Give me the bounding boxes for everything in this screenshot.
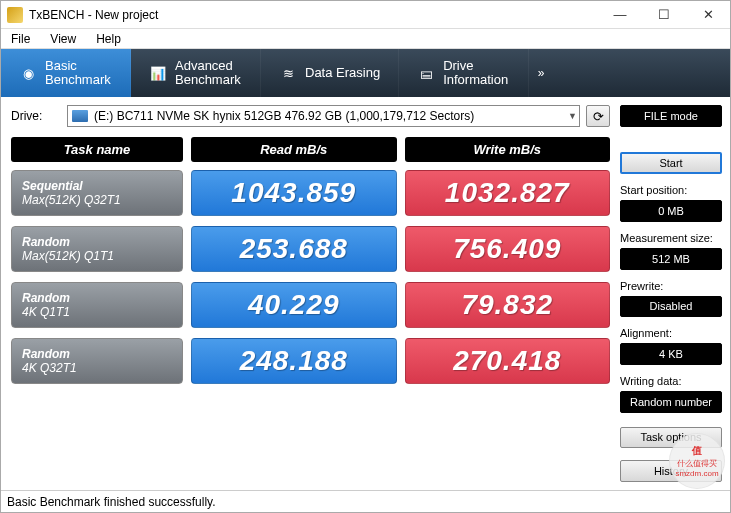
tab-data-erasing[interactable]: ≋ Data Erasing — [261, 49, 399, 97]
gauge-icon: ◉ — [19, 64, 37, 82]
status-text: Basic Benchmark finished successfully. — [7, 495, 216, 509]
task-cell: Sequential Max(512K) Q32T1 — [11, 170, 183, 216]
task-cell: Random Max(512K) Q1T1 — [11, 226, 183, 272]
measurement-size-label: Measurement size: — [620, 232, 722, 244]
alignment-value[interactable]: 4 KB — [620, 343, 722, 365]
menu-help[interactable]: Help — [90, 32, 127, 46]
task-cell: Random 4K Q1T1 — [11, 282, 183, 328]
refresh-button[interactable]: ⟳ — [586, 105, 610, 127]
task-cell: Random 4K Q32T1 — [11, 338, 183, 384]
close-button[interactable]: ✕ — [686, 1, 730, 29]
writing-data-value[interactable]: Random number — [620, 391, 722, 413]
prewrite-value[interactable]: Disabled — [620, 296, 722, 318]
header-task: Task name — [11, 137, 183, 162]
start-position-label: Start position: — [620, 184, 722, 196]
alignment-label: Alignment: — [620, 327, 722, 339]
tab-overflow-button[interactable]: » — [529, 49, 553, 97]
tab-basic-benchmark[interactable]: ◉ Basic Benchmark — [1, 49, 131, 97]
result-row: Sequential Max(512K) Q32T1 1043.859 1032… — [11, 170, 610, 216]
prewrite-label: Prewrite: — [620, 280, 722, 292]
header-write: Write mB/s — [405, 137, 611, 162]
read-value: 248.188 — [191, 338, 397, 384]
read-value: 40.229 — [191, 282, 397, 328]
write-value: 79.832 — [405, 282, 611, 328]
header-read: Read mB/s — [191, 137, 397, 162]
watermark: 值 什么值得买 smzdm.com — [669, 433, 725, 489]
disk-icon — [72, 110, 88, 122]
maximize-button[interactable]: ☐ — [642, 1, 686, 29]
titlebar: TxBENCH - New project — ☐ ✕ — [1, 1, 730, 29]
drive-value: (E:) BC711 NVMe SK hynix 512GB 476.92 GB… — [94, 109, 474, 123]
tab-drive-information[interactable]: 🖴 Drive Information — [399, 49, 529, 97]
main-panel: Drive: (E:) BC711 NVMe SK hynix 512GB 47… — [1, 97, 620, 490]
chevron-down-icon: ▼ — [568, 111, 577, 121]
statusbar: Basic Benchmark finished successfully. — [1, 490, 730, 512]
tab-label: Basic Benchmark — [45, 59, 111, 88]
write-value: 756.409 — [405, 226, 611, 272]
drive-icon: 🖴 — [417, 64, 435, 82]
menubar: File View Help — [1, 29, 730, 49]
start-position-value[interactable]: 0 MB — [620, 200, 722, 222]
write-value: 1032.827 — [405, 170, 611, 216]
menu-file[interactable]: File — [5, 32, 36, 46]
writing-data-label: Writing data: — [620, 375, 722, 387]
app-icon — [7, 7, 23, 23]
results-header: Task name Read mB/s Write mB/s — [11, 137, 610, 162]
start-button[interactable]: Start — [620, 152, 722, 174]
drive-select[interactable]: (E:) BC711 NVMe SK hynix 512GB 476.92 GB… — [67, 105, 580, 127]
file-mode-button[interactable]: FILE mode — [620, 105, 722, 127]
result-row: Random 4K Q1T1 40.229 79.832 — [11, 282, 610, 328]
window-title: TxBENCH - New project — [29, 8, 598, 22]
tabbar: ◉ Basic Benchmark 📊 Advanced Benchmark ≋… — [1, 49, 730, 97]
sidebar: FILE mode Start Start position: 0 MB Mea… — [620, 97, 730, 490]
chart-icon: 📊 — [149, 64, 167, 82]
write-value: 270.418 — [405, 338, 611, 384]
tab-label: Drive Information — [443, 59, 508, 88]
tab-label: Data Erasing — [305, 66, 380, 80]
tab-label: Advanced Benchmark — [175, 59, 241, 88]
read-value: 1043.859 — [191, 170, 397, 216]
minimize-button[interactable]: — — [598, 1, 642, 29]
read-value: 253.688 — [191, 226, 397, 272]
drive-label: Drive: — [11, 109, 61, 123]
erase-icon: ≋ — [279, 64, 297, 82]
measurement-size-value[interactable]: 512 MB — [620, 248, 722, 270]
result-row: Random 4K Q32T1 248.188 270.418 — [11, 338, 610, 384]
tab-advanced-benchmark[interactable]: 📊 Advanced Benchmark — [131, 49, 261, 97]
result-row: Random Max(512K) Q1T1 253.688 756.409 — [11, 226, 610, 272]
menu-view[interactable]: View — [44, 32, 82, 46]
